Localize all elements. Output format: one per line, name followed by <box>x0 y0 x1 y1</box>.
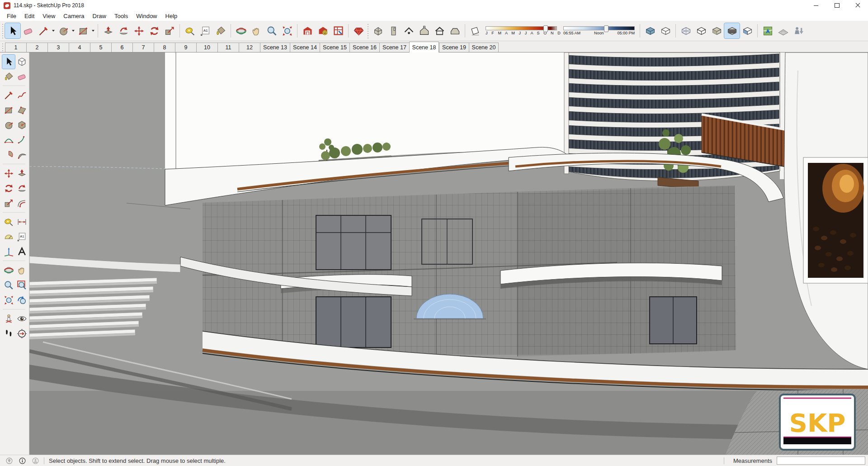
style-wireframe-button[interactable] <box>693 23 709 38</box>
palette-paint-bucket-tool[interactable] <box>2 70 15 84</box>
photo-textures-button[interactable] <box>791 23 806 38</box>
palette-rotated-rectangle-tool[interactable] <box>15 103 28 117</box>
model-viewport[interactable]: SKP <box>29 52 868 455</box>
scene-tab-8[interactable]: 8 <box>154 43 175 52</box>
scene-tab-16[interactable]: Scene 16 <box>349 43 379 52</box>
style-hidden-line-button[interactable] <box>709 23 724 38</box>
palette-zoom-previous-tool[interactable] <box>15 293 28 307</box>
scene-tab-18-active[interactable]: Scene 18 <box>409 42 439 52</box>
menu-view[interactable]: View <box>38 12 59 20</box>
scene-tab-10[interactable]: 10 <box>196 43 217 52</box>
extension-manager-button[interactable] <box>351 23 366 38</box>
palette-scale-tool[interactable] <box>2 196 15 210</box>
palette-3pt-arc-tool[interactable] <box>2 148 15 162</box>
pan-tool-button[interactable] <box>249 23 264 38</box>
scene-tab-14[interactable]: Scene 14 <box>290 43 320 52</box>
palette-zoom-window-tool[interactable] <box>15 278 28 292</box>
warehouse-get-models-button[interactable] <box>300 23 315 38</box>
pushpull-tool-button[interactable] <box>100 23 116 38</box>
palette-rotate-tool[interactable] <box>2 181 15 195</box>
style-shaded-textures-button[interactable] <box>724 23 740 38</box>
palette-orbit-tool[interactable] <box>2 263 15 277</box>
text-tool-button[interactable] <box>198 23 213 38</box>
style-monochrome-button[interactable] <box>740 23 755 38</box>
palette-3d-text-tool[interactable] <box>15 245 28 259</box>
palette-look-around-tool[interactable] <box>15 312 28 326</box>
view-left-button[interactable] <box>447 23 462 38</box>
menu-draw[interactable]: Draw <box>89 12 110 20</box>
menu-file[interactable]: File <box>3 12 20 20</box>
menu-edit[interactable]: Edit <box>20 12 38 20</box>
paint-bucket-button[interactable] <box>213 23 228 38</box>
eraser-tool-button[interactable] <box>20 23 36 38</box>
menu-window[interactable]: Window <box>132 12 161 20</box>
scene-tab-11[interactable]: 11 <box>217 43 239 52</box>
toolbar-grip[interactable] <box>2 23 4 38</box>
palette-pushpull-tool[interactable] <box>15 166 28 181</box>
scene-tab-3[interactable]: 3 <box>47 43 69 52</box>
palette-protractor-tool[interactable] <box>2 230 15 244</box>
credits-info-icon[interactable] <box>19 457 26 465</box>
rotate-tool-button[interactable] <box>146 23 162 38</box>
scene-tab-17[interactable]: Scene 17 <box>379 43 409 52</box>
close-button[interactable] <box>847 0 868 11</box>
palette-circle-tool[interactable] <box>2 118 15 132</box>
rectangle-tool-button[interactable] <box>75 23 91 38</box>
palette-2pt-arc-tool[interactable] <box>15 133 28 147</box>
palette-tape-measure-tool[interactable] <box>2 215 15 229</box>
palette-followme-tool[interactable] <box>15 181 28 195</box>
scene-tab-9[interactable]: 9 <box>175 43 196 52</box>
view-top-button[interactable] <box>386 23 401 38</box>
rectangle-tool-dropdown[interactable] <box>91 23 95 38</box>
palette-select-tool[interactable] <box>2 55 15 69</box>
scene-tab-1[interactable]: 1 <box>5 43 26 52</box>
scene-tab-7[interactable]: 7 <box>132 43 154 52</box>
palette-zoom-tool[interactable] <box>2 278 15 292</box>
scene-tab-20[interactable]: Scene 20 <box>469 43 499 52</box>
view-iso-button[interactable] <box>370 23 386 38</box>
scene-tab-15[interactable]: Scene 15 <box>320 43 349 52</box>
palette-axes-tool[interactable] <box>2 245 15 259</box>
palette-make-component-tool[interactable] <box>15 55 28 69</box>
menu-help[interactable]: Help <box>161 12 182 20</box>
palette-position-camera-tool[interactable] <box>2 312 15 326</box>
shadow-date-handle[interactable] <box>543 25 548 32</box>
shadow-date-slider[interactable]: J F M A M J J A S O N D <box>486 26 557 35</box>
palette-rectangle-tool[interactable] <box>2 103 15 117</box>
style-xray-button[interactable] <box>678 23 693 38</box>
shadow-time-slider[interactable]: 06:55 AM Noon 05:00 PM <box>563 26 635 35</box>
view-back-button[interactable] <box>432 23 447 38</box>
palette-text-tool[interactable] <box>15 230 28 244</box>
zoom-tool-button[interactable] <box>264 23 279 38</box>
extension-warehouse-button[interactable] <box>330 23 346 38</box>
palette-pie-tool[interactable] <box>15 148 28 162</box>
view-front-button[interactable] <box>401 23 416 38</box>
palette-polygon-tool[interactable] <box>15 118 28 132</box>
palette-eraser-tool[interactable] <box>15 70 28 84</box>
geolocation-status-icon[interactable] <box>5 457 13 465</box>
palette-arc-tool[interactable] <box>2 133 15 147</box>
minimize-button[interactable] <box>806 0 826 11</box>
sign-in-profile-icon[interactable] <box>32 457 39 465</box>
palette-zoom-extents-tool[interactable] <box>2 293 15 307</box>
menu-tools[interactable]: Tools <box>110 12 132 20</box>
warehouse-share-model-button[interactable] <box>315 23 330 38</box>
toolbar-grip[interactable] <box>367 23 369 38</box>
menu-camera[interactable]: Camera <box>59 12 88 20</box>
display-section-cuts-button[interactable] <box>658 23 673 38</box>
scene-tab-6[interactable]: 6 <box>111 43 132 52</box>
scene-tab-12[interactable]: 12 <box>239 43 260 52</box>
palette-move-tool[interactable] <box>2 166 15 181</box>
shadow-dialog-button[interactable] <box>467 23 483 38</box>
followme-tool-button[interactable] <box>116 23 131 38</box>
palette-section-plane-tool[interactable] <box>15 327 28 341</box>
palette-freehand-tool[interactable] <box>15 88 28 102</box>
scene-tab-4[interactable]: 4 <box>69 43 90 52</box>
tabs-grip[interactable] <box>2 43 4 51</box>
display-section-planes-button[interactable] <box>642 23 658 38</box>
add-location-button[interactable] <box>760 23 775 38</box>
toggle-terrain-button[interactable] <box>775 23 791 38</box>
arc-tool-button[interactable] <box>56 23 71 38</box>
view-right-button[interactable] <box>416 23 432 38</box>
scene-tab-5[interactable]: 5 <box>90 43 111 52</box>
